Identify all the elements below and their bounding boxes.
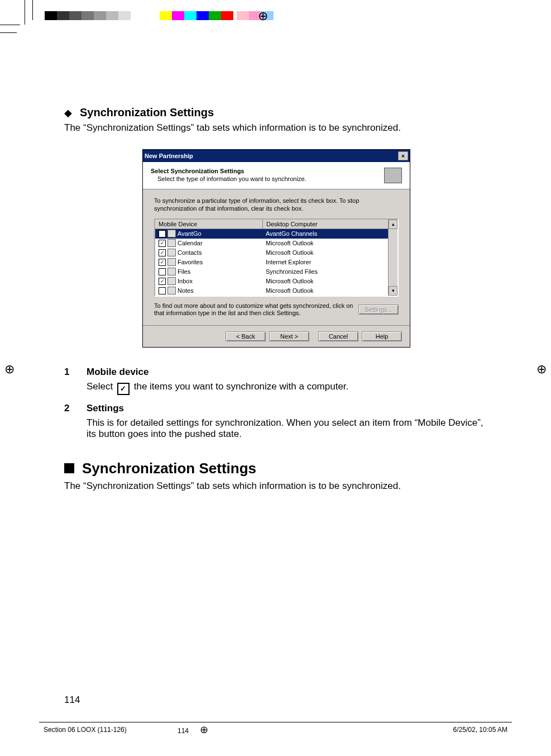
scrollbar[interactable]: ▴ ▾ <box>388 220 397 296</box>
list-item[interactable]: ✓CalendarMicrosoft Outlook <box>155 239 397 248</box>
checkbox-icon <box>117 383 130 395</box>
section-heading: Synchronization Settings <box>80 106 214 119</box>
text: Select <box>87 381 116 392</box>
column-header-desktop: Desktop Computer <box>263 220 397 229</box>
step-body: This is for detailed settings for synchr… <box>87 417 488 440</box>
square-bullet-icon <box>64 463 74 473</box>
text: the items you want to synchronize with a… <box>131 381 348 392</box>
registration-mark-icon: ⊕ <box>258 9 268 23</box>
back-button[interactable]: < Back <box>226 331 266 341</box>
step-title: Mobile device <box>87 367 148 378</box>
registration-mark-icon: ⊕ <box>200 724 208 735</box>
item-name: Favorites <box>178 259 203 265</box>
list-item[interactable]: ✓InboxMicrosoft Outlook <box>155 277 397 286</box>
checkbox[interactable] <box>159 287 166 294</box>
list-item[interactable]: ✓ContactsMicrosoft Outlook <box>155 248 397 258</box>
settings-footnote: To find out more about and to customize … <box>154 302 354 318</box>
intro-paragraph: The “Synchronization Settings” tab sets … <box>64 122 488 134</box>
item-desktop: Microsoft Outlook <box>262 278 397 284</box>
step-number: 2 <box>64 403 74 414</box>
item-name: Contacts <box>178 249 202 256</box>
intro-paragraph: The “Synchronization Settings” tab sets … <box>64 481 488 492</box>
checkbox[interactable]: ✓ <box>159 249 166 256</box>
item-desktop: Synchronized Files <box>262 268 397 275</box>
item-desktop: Microsoft Outlook <box>262 287 397 294</box>
checkbox[interactable]: ✓ <box>159 259 166 266</box>
item-icon <box>167 239 176 247</box>
close-icon[interactable]: × <box>398 151 408 160</box>
checkbox[interactable]: ✓ <box>159 278 166 285</box>
column-header-mobile: Mobile Device <box>155 220 263 229</box>
list-item[interactable]: ✓FavoritesInternet Explorer <box>155 258 397 267</box>
checkbox[interactable] <box>159 230 166 237</box>
step-body: Select the items you want to synchronize… <box>87 381 488 395</box>
item-icon <box>167 230 176 237</box>
list-header: Mobile Device Desktop Computer <box>155 220 397 229</box>
wizard-title: Select Synchronization Settings <box>151 168 306 174</box>
dialog-intro-text: To synchronize a particular type of info… <box>154 197 399 213</box>
step-title: Settings <box>87 403 124 414</box>
item-name: AvantGo <box>178 230 202 237</box>
item-name: Files <box>178 268 190 275</box>
settings-button[interactable]: Settings... <box>358 305 399 315</box>
crop-mark <box>0 25 20 25</box>
next-button[interactable]: Next > <box>269 331 309 341</box>
wizard-subtitle: Select the type of information you want … <box>151 175 306 182</box>
item-icon <box>167 287 176 294</box>
scroll-up-icon[interactable]: ▴ <box>389 220 397 229</box>
footer-datetime: 6/25/02, 10:05 AM <box>396 726 507 734</box>
checkbox[interactable]: ✓ <box>159 240 166 247</box>
footer-rule <box>39 722 512 722</box>
title-bar: New Partnership × <box>143 150 410 162</box>
help-button[interactable]: Help <box>362 331 402 341</box>
list-item[interactable]: FilesSynchronized Files <box>155 267 397 277</box>
footer-section: Section 06 LOOX (111-126) <box>44 726 155 734</box>
crop-mark <box>0 32 17 33</box>
list-item[interactable]: NotesMicrosoft Outlook <box>155 286 397 296</box>
item-name: Calendar <box>178 240 203 246</box>
section-heading: Synchronization Settings <box>82 460 256 477</box>
item-desktop: Microsoft Outlook <box>262 249 397 256</box>
new-partnership-dialog: New Partnership × Select Synchronization… <box>142 149 410 348</box>
page-number: 114 <box>64 695 80 706</box>
scroll-down-icon[interactable]: ▾ <box>389 286 397 296</box>
sync-items-listbox[interactable]: Mobile Device Desktop Computer AvantGoAv… <box>154 218 399 297</box>
sync-header-icon <box>384 168 402 183</box>
item-desktop: AvantGo Channels <box>262 230 397 237</box>
cancel-button[interactable]: Cancel <box>318 331 358 341</box>
crop-mark <box>32 0 33 20</box>
footer-page: 114 <box>178 727 189 735</box>
item-icon <box>167 258 176 266</box>
item-desktop: Microsoft Outlook <box>262 240 397 246</box>
list-item[interactable]: AvantGoAvantGo Channels <box>155 229 397 239</box>
item-icon <box>167 277 176 285</box>
item-name: Notes <box>178 287 194 294</box>
item-desktop: Internet Explorer <box>262 259 397 265</box>
item-name: Inbox <box>178 278 193 284</box>
item-icon <box>167 249 176 256</box>
crop-mark <box>25 0 25 25</box>
registration-mark-icon: ⊕ <box>4 362 15 377</box>
item-icon <box>167 268 176 275</box>
diamond-bullet-icon: ◆ <box>64 107 72 119</box>
checkbox[interactable] <box>159 268 166 275</box>
registration-mark-icon: ⊕ <box>536 362 547 377</box>
window-title: New Partnership <box>145 153 193 159</box>
step-number: 1 <box>64 367 74 378</box>
print-color-bar <box>45 11 274 20</box>
